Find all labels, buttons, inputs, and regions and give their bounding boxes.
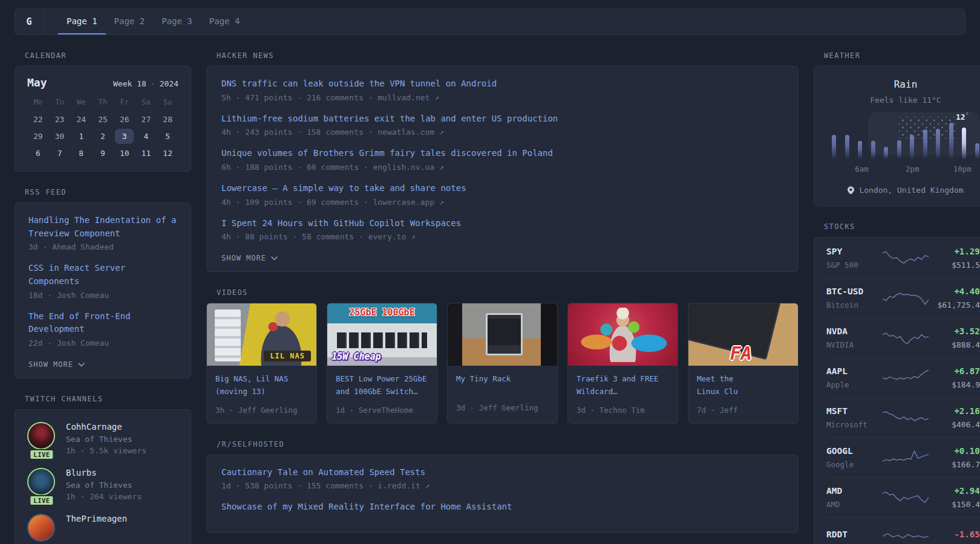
page-tab[interactable]: Page 4 [201, 9, 249, 34]
calendar-day: 27 [136, 112, 157, 127]
twitch-channel-row[interactable]: LIVE ThePrimeagen [27, 514, 178, 542]
page-tab[interactable]: Page 1 [58, 9, 106, 34]
video-card[interactable]: My Tiny Rack 3d · Jeff Geerling [447, 303, 558, 423]
rss-item: The End of Front-End Development 22d · J… [28, 310, 177, 348]
video-title[interactable]: Meet the Linux Clu [688, 366, 798, 398]
stock-row[interactable]: SPY S&P 500 +1.29% $511.57 [826, 239, 980, 278]
stock-quote: +2.94% $150.45 [932, 486, 980, 509]
stock-row[interactable]: RDDT -1.65% [826, 517, 980, 544]
show-more-button[interactable]: SHOW MORE [221, 254, 278, 262]
video-title[interactable]: Big NAS, Lil NAS (moving 13) [207, 366, 316, 398]
section-label-selfhosted: /R/SELFHOSTED [217, 440, 799, 448]
stocks-section: STOCKS SPY S&P 500 +1.29% $511.57 [814, 222, 980, 544]
reddit-item-title[interactable]: Showcase of my Mixed Reality Interface f… [221, 500, 783, 514]
weather-chart: 12° [830, 120, 980, 174]
stock-row[interactable]: AMD AMD +2.94% $150.45 [826, 478, 980, 517]
rss-item-meta: 22d · Josh Comeau [28, 338, 177, 348]
stock-sparkline [883, 447, 929, 468]
video-thumbnail: LIL NAS [207, 303, 316, 366]
stock-identity: AMD AMD [826, 486, 879, 509]
channel-name[interactable]: Blurbs [66, 468, 142, 478]
stock-row[interactable]: MSFT Microsoft +2.16% $406.43 [826, 398, 980, 438]
video-card[interactable]: LIL NAS Big NAS, Lil NAS (moving 13) 3h … [206, 303, 317, 423]
video-card[interactable]: FA Meet the Linux Clu 7d · Jeff [688, 303, 799, 423]
app-logo[interactable]: G [15, 9, 44, 34]
hn-item-title[interactable]: Unique volumes of Brothers Grimm fairy t… [221, 147, 783, 160]
calendar-section: CALENDAR May Week 18 · 2024 Mo Tu [15, 51, 191, 172]
video-card[interactable]: 25GbE 100GbE 15W Cheap BEST Low Power 25… [327, 303, 437, 423]
twitch-panel: LIVE CohhCarnage Sea of Thieves 1h · 5.5… [15, 409, 191, 544]
calendar-day: 2 [92, 129, 114, 144]
stock-change: +2.94% [932, 486, 980, 496]
location-text: London, United Kingdom [859, 186, 963, 195]
section-label-videos: VIDEOS [217, 288, 799, 297]
rss-item-title[interactable]: Handling The Indentation of a Treeview C… [28, 214, 177, 240]
weather-condition: Rain [825, 79, 980, 90]
time-label: 10pm [953, 164, 972, 173]
reddit-item: Cautionary Tale on Automated Speed Tests… [221, 466, 783, 491]
calendar-day: 22 [27, 112, 49, 127]
rss-item-title[interactable]: CSS in React Server Components [28, 262, 177, 288]
section-label-rss: RSS FEED [25, 188, 191, 196]
twitch-channel-row[interactable]: LIVE CohhCarnage Sea of Thieves 1h · 5.5… [27, 422, 178, 455]
stock-ticker: NVDA [826, 326, 879, 336]
calendar-days: 22 23 24 25 26 27 28 29 [27, 112, 178, 163]
calendar-week-info: Week 18 · 2024 [113, 79, 178, 88]
channel-name[interactable]: CohhCarnage [66, 422, 146, 432]
stock-identity: BTC-USD Bitcoin [826, 287, 879, 309]
video-meta: 1d · ServeTheHome [327, 398, 437, 423]
stock-ticker: AMD [826, 486, 879, 496]
rss-item-title[interactable]: The End of Front-End Development [28, 310, 177, 336]
video-card[interactable]: Traefik 3 and FREE Wildcard… 3d · Techno… [567, 303, 678, 423]
video-title[interactable]: BEST Low Power 25GbE and 100GbE Switch… [327, 366, 437, 398]
stock-name: Bitcoin [826, 300, 879, 309]
thumbnail-art [568, 303, 678, 366]
stock-quote: +6.87% $184.91 [932, 366, 980, 389]
reddit-item-title[interactable]: Cautionary Tale on Automated Speed Tests [221, 466, 783, 479]
stock-row[interactable]: GOOGL Google +0.10% $166.78 [826, 438, 980, 478]
page-tab-label: Page 1 [67, 16, 97, 26]
hn-item-title[interactable]: Lowercase – A simple way to take and sha… [221, 182, 783, 195]
weather-bar [975, 143, 979, 159]
thumbnail-overlay-text-2: LIL NAS [264, 351, 311, 361]
stock-price: $150.45 [932, 500, 980, 509]
calendar-year: 2024 [160, 79, 178, 88]
stock-ticker: BTC-USD [826, 287, 879, 296]
stock-sparkline [883, 407, 929, 428]
stock-name: NVIDIA [826, 340, 879, 349]
stock-name: AMD [826, 500, 879, 509]
stock-row[interactable]: NVDA NVIDIA +3.52% $888.40 [826, 318, 980, 358]
twitch-avatar-wrap: LIVE [27, 422, 56, 455]
calendar-day: 5 [157, 129, 178, 144]
weather-time-labels: 6am 2pm 10pm [830, 164, 980, 174]
time-label: 2pm [906, 164, 920, 173]
stock-row[interactable]: BTC-USD Bitcoin +4.40% $61,725.48 [826, 278, 980, 318]
weekday-header: Th [92, 98, 114, 106]
page-tabs: Page 1 Page 2 Page 3 Page 4 [58, 9, 248, 34]
hn-item: DNS traffic can leak outside the VPN tun… [221, 77, 783, 102]
weather-bar [962, 128, 966, 159]
page-tab[interactable]: Page 3 [153, 9, 201, 34]
twitch-channel-row[interactable]: LIVE Blurbs Sea of Thieves 1h · 264 view… [27, 468, 178, 501]
stock-price: $166.78 [932, 460, 980, 469]
hn-item-title[interactable]: DNS traffic can leak outside the VPN tun… [221, 77, 783, 91]
reddit-item-meta: 1d · 538 points · 155 comments · i.redd.… [221, 481, 783, 490]
weekday-header-row: Mo Tu We Th Fr Sa Su [27, 98, 178, 112]
calendar-day: 23 [49, 112, 71, 127]
calendar-day: 25 [92, 112, 114, 127]
stock-quote: +1.29% $511.57 [932, 247, 980, 270]
twitch-avatar-wrap: LIVE [27, 468, 56, 501]
hn-item-title[interactable]: Lithium-free sodium batteries exit the l… [221, 112, 783, 126]
page-tab[interactable]: Page 2 [106, 9, 154, 34]
stock-row[interactable]: AAPL Apple +6.87% $184.91 [826, 358, 980, 398]
rss-item: Handling The Indentation of a Treeview C… [28, 214, 177, 251]
viewers-meta: 1h · 5.5k viewers [66, 446, 146, 455]
weather-location[interactable]: London, United Kingdom [825, 186, 980, 195]
channel-name[interactable]: ThePrimeagen [66, 514, 127, 523]
video-title[interactable]: My Tiny Rack [448, 366, 557, 396]
hn-item-title[interactable]: I Spent 24 Hours with GitHub Copilot Wor… [221, 217, 783, 230]
show-more-button[interactable]: SHOW MORE [28, 360, 85, 369]
video-title[interactable]: Traefik 3 and FREE Wildcard… [568, 366, 678, 398]
separator-dot: · [151, 79, 155, 88]
twitch-avatar-wrap: LIVE [27, 514, 56, 542]
